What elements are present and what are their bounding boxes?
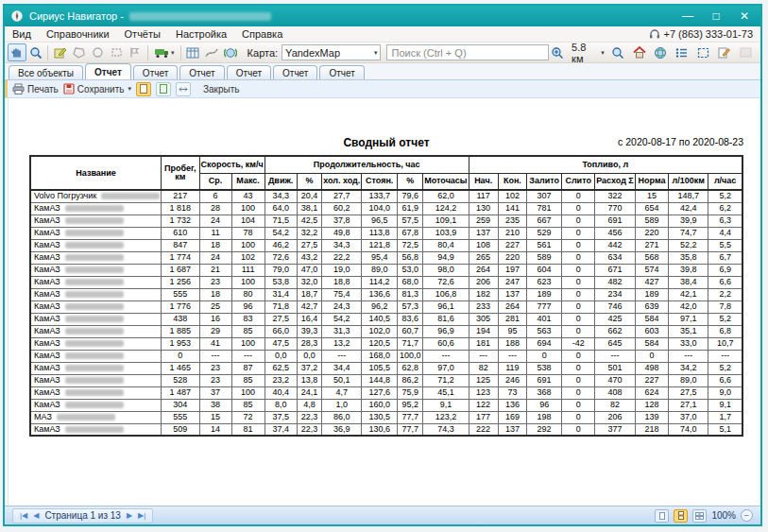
table-cell: 39,8	[669, 264, 708, 276]
table-cell: 105,5	[362, 362, 398, 374]
table-cell: 181	[469, 337, 498, 350]
save-dropdown-arrow[interactable]: ▾	[128, 85, 131, 93]
close-button[interactable]: ✕	[730, 7, 759, 26]
map-edit-button[interactable]	[51, 43, 70, 61]
page-mode-continuous-button[interactable]	[156, 82, 171, 96]
table-cell: 14	[199, 423, 231, 436]
menu-directories[interactable]: Справочники	[46, 28, 110, 40]
table-cell: 623	[527, 276, 562, 288]
table-cell: 74,0	[669, 423, 708, 436]
menu-view[interactable]: Вид	[12, 28, 31, 40]
table-cell: 96,5	[362, 215, 398, 227]
view-multi-page-button[interactable]	[692, 509, 707, 523]
menu-help[interactable]: Справка	[242, 28, 282, 40]
minimize-button[interactable]: —	[674, 7, 702, 26]
scale-dropdown[interactable]: 5.8 км ▾	[570, 42, 606, 64]
close-report-button[interactable]: Закрыть	[203, 84, 240, 94]
zoom-in-icon	[551, 46, 564, 60]
tab-report-5[interactable]: Отчет	[273, 65, 317, 79]
table-cell: 71,2	[423, 374, 469, 386]
view-continuous-button[interactable]	[674, 509, 688, 523]
select-frame-button[interactable]	[694, 43, 712, 61]
page-mode-fit-button[interactable]	[176, 82, 191, 96]
scale-value: 5.8 км	[572, 42, 598, 64]
route-view-button[interactable]	[202, 43, 221, 61]
table-cell: 95,2	[398, 399, 423, 411]
print-button[interactable]: Печать	[12, 83, 59, 94]
table-cell: 40,4	[265, 386, 297, 399]
zoom-search-button[interactable]	[26, 43, 45, 61]
table-cell: 53,0	[398, 264, 423, 276]
col-group-duration: Продолжительность, час	[265, 156, 469, 173]
save-label: Сохранить	[77, 84, 125, 94]
table-cell: ---	[322, 350, 362, 362]
table-cell: 1 487	[162, 386, 199, 399]
last-page-button[interactable]: ▶|	[138, 512, 145, 520]
next-page-button[interactable]: ▶	[127, 512, 132, 520]
table-cell: 74,7	[669, 227, 708, 239]
table-cell: 456	[595, 227, 636, 239]
map-label: Карта:	[247, 47, 279, 59]
tab-report-active[interactable]: Отчет	[85, 63, 131, 79]
circle-select-button[interactable]	[89, 43, 108, 61]
table-cell: 148,7	[669, 190, 708, 202]
table-cell: 27,5	[669, 386, 708, 399]
tab-report-6[interactable]: Отчет	[319, 65, 364, 79]
polygon-select-button[interactable]	[70, 43, 89, 61]
edit-note-button[interactable]	[715, 43, 733, 61]
pan-tool-button[interactable]	[8, 43, 26, 61]
toolbar-separator	[47, 45, 48, 60]
globe-button[interactable]	[652, 43, 670, 61]
col-header-parked: Стоян.	[362, 173, 398, 190]
view-single-page-button[interactable]	[655, 509, 669, 523]
tab-report-3[interactable]: Отчет	[179, 65, 224, 79]
first-page-button[interactable]: |◀	[20, 512, 27, 520]
globe-refresh-button[interactable]	[221, 43, 240, 61]
table-cell: 100	[231, 276, 265, 288]
table-cell: 80	[231, 288, 265, 300]
tab-report-4[interactable]: Отчет	[227, 65, 271, 79]
map-select[interactable]: YandexMap ▾	[282, 44, 381, 60]
zoom-in-button[interactable]	[549, 43, 567, 61]
table-cell: ---	[231, 350, 265, 362]
legend-list-button[interactable]	[673, 43, 691, 61]
table-cell: 691	[595, 215, 636, 227]
home-button[interactable]	[630, 43, 648, 61]
table-cell: 68,0	[398, 276, 423, 288]
col-header-fuel-start: Нач.	[469, 173, 498, 190]
tab-bar: Все объекты Отчет Отчет Отчет Отчет Отче…	[5, 63, 760, 80]
flag-tool-icon	[128, 46, 141, 59]
page-indicator: Страница 1 из 13	[44, 510, 121, 521]
table-cell: 234	[595, 288, 636, 300]
menu-reports[interactable]: Отчёты	[125, 28, 161, 40]
table-cell: 235	[498, 215, 526, 227]
table-cell: 79,0	[265, 264, 297, 276]
tab-all-objects[interactable]: Все объекты	[9, 65, 83, 79]
table-cell: 100	[231, 386, 265, 399]
flag-tool-button[interactable]	[126, 43, 145, 61]
menu-settings[interactable]: Настройка	[176, 28, 227, 40]
prev-page-button[interactable]: ◀	[33, 512, 39, 520]
legend-list-icon	[675, 47, 688, 59]
table-view-button[interactable]	[184, 43, 203, 61]
table-cell: 60,6	[423, 337, 469, 350]
tab-report-2[interactable]: Отчет	[133, 65, 178, 79]
maximize-button[interactable]: □	[702, 7, 730, 26]
table-cell: 137	[469, 227, 498, 239]
table-cell: 194	[469, 325, 498, 337]
save-button[interactable]: Сохранить ▾	[63, 83, 131, 94]
table-cell: 6,9	[708, 264, 742, 276]
vehicle-group-button[interactable]: ▾	[151, 43, 178, 61]
search-input[interactable]	[386, 44, 548, 60]
table-cell: 114,2	[362, 276, 398, 288]
table-cell: 746	[595, 300, 636, 313]
col-group-speed: Скорость, км/ч	[199, 156, 265, 173]
zoom-tool-icon	[611, 46, 624, 60]
page-mode-single-button[interactable]	[136, 82, 151, 96]
zoom-out-button[interactable]: −	[741, 509, 753, 522]
table-cell: 94,9	[423, 251, 469, 264]
zoom-tool-button[interactable]	[609, 43, 627, 61]
rect-select-button[interactable]	[107, 43, 126, 61]
col-header-fuel-norm: Норма	[635, 173, 668, 190]
table-cell: 136	[498, 399, 526, 411]
